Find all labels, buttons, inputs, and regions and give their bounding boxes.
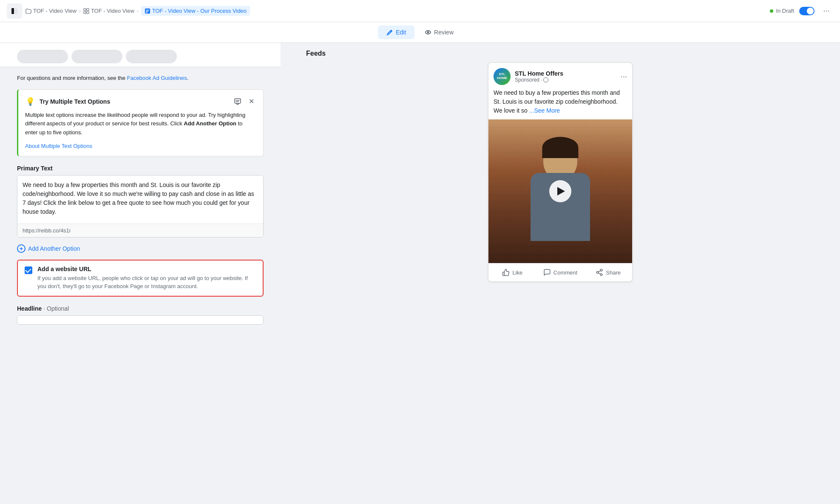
add-option-icon: + bbox=[17, 244, 26, 253]
svg-line-19 bbox=[599, 271, 601, 272]
fb-guidelines-link[interactable]: Facebook Ad Guidelines bbox=[127, 75, 187, 81]
primary-text-box: We need to buy a few properties this mon… bbox=[17, 175, 264, 238]
svg-line-18 bbox=[599, 273, 601, 274]
ad-page-name: STL Home Offers bbox=[515, 70, 616, 77]
status-label: In Draft bbox=[776, 8, 794, 14]
like-button[interactable]: Like bbox=[488, 265, 536, 280]
svg-rect-3 bbox=[87, 8, 89, 11]
skeleton-tab-1 bbox=[17, 50, 68, 63]
edit-review-bar: Edit Review bbox=[0, 22, 840, 43]
comment-label: Comment bbox=[553, 269, 577, 276]
primary-text-input[interactable]: We need to buy a few properties this mon… bbox=[17, 176, 263, 222]
website-url-content: Add a website URL If you add a website U… bbox=[37, 266, 256, 291]
ad-preview-card: STLHOME STL Home Offers Sponsored · ··· … bbox=[488, 62, 633, 282]
sidebar-toggle-button[interactable] bbox=[7, 3, 22, 19]
svg-rect-2 bbox=[84, 8, 86, 11]
headline-optional: · Optional bbox=[43, 305, 69, 312]
play-button[interactable] bbox=[549, 180, 571, 202]
breadcrumb-item-2[interactable]: TOF - Video View bbox=[83, 8, 134, 14]
website-url-checkbox[interactable] bbox=[25, 266, 32, 274]
ad-video-thumbnail[interactable] bbox=[488, 119, 632, 263]
ad-sponsored: Sponsored · bbox=[515, 77, 616, 83]
share-button[interactable]: Share bbox=[584, 265, 632, 280]
svg-rect-0 bbox=[11, 8, 14, 14]
website-url-desc: If you add a website URL, people who cli… bbox=[37, 274, 256, 291]
play-triangle bbox=[557, 187, 565, 195]
tab-edit-label: Edit bbox=[396, 29, 406, 36]
svg-rect-1 bbox=[15, 8, 17, 14]
lightbulb-icon: 💡 bbox=[25, 96, 35, 107]
preview-label: Feeds bbox=[306, 50, 326, 57]
svg-rect-12 bbox=[235, 99, 241, 103]
mto-body: Multiple text options increase the likel… bbox=[25, 111, 256, 137]
svg-point-11 bbox=[428, 32, 429, 33]
globe-icon bbox=[543, 77, 548, 82]
breadcrumb-label-3: TOF - Video View - Our Process Video bbox=[152, 8, 247, 14]
guidelines-text: For questions and more information, see … bbox=[17, 74, 264, 82]
mto-header: 💡 Try Multiple Text Options ✕ bbox=[25, 96, 256, 107]
svg-rect-9 bbox=[146, 12, 148, 13]
add-another-option-button[interactable]: + Add Another Option bbox=[17, 243, 80, 255]
svg-rect-5 bbox=[87, 11, 89, 14]
multiple-text-options-box: 💡 Try Multiple Text Options ✕ bbox=[17, 89, 264, 156]
breadcrumb-label-1: TOF - Video View bbox=[33, 8, 77, 14]
website-url-title: Add a website URL bbox=[37, 266, 256, 272]
tab-review[interactable]: Review bbox=[416, 25, 462, 39]
skeleton-tab-2 bbox=[71, 50, 122, 63]
tab-edit[interactable]: Edit bbox=[378, 25, 414, 39]
headline-label: Headline · Optional bbox=[17, 305, 264, 312]
breadcrumb: TOF - Video View › TOF - Video View › TO… bbox=[26, 6, 250, 16]
ad-see-more-link[interactable]: ...See More bbox=[529, 107, 560, 114]
breadcrumb-sep-1: › bbox=[79, 8, 81, 14]
status-dot bbox=[770, 9, 773, 13]
tab-review-label: Review bbox=[434, 29, 454, 36]
skeleton-tabs bbox=[0, 43, 281, 67]
primary-text-url: https://reibb.co/4s1i bbox=[17, 224, 263, 237]
more-options-button[interactable]: ··· bbox=[820, 4, 833, 18]
share-label: Share bbox=[606, 269, 621, 276]
draft-toggle[interactable] bbox=[799, 7, 814, 15]
right-panel: Feeds STLHOME STL Home Offers Sponsored … bbox=[281, 43, 840, 503]
svg-rect-7 bbox=[146, 10, 149, 11]
breadcrumb-item-1[interactable]: TOF - Video View bbox=[26, 8, 77, 14]
mto-actions: ✕ bbox=[233, 96, 256, 107]
left-panel: For questions and more information, see … bbox=[0, 43, 281, 503]
nav-right: In Draft ··· bbox=[770, 4, 833, 18]
in-draft-status: In Draft bbox=[770, 8, 794, 14]
breadcrumb-sep-2: › bbox=[137, 8, 139, 14]
ad-body-text: We need to buy a few properties this mon… bbox=[488, 88, 632, 119]
breadcrumb-label-2: TOF - Video View bbox=[91, 8, 134, 14]
mto-feedback-button[interactable] bbox=[233, 96, 243, 107]
mto-close-button[interactable]: ✕ bbox=[246, 96, 256, 107]
comment-button[interactable]: Comment bbox=[536, 265, 585, 280]
mto-title: Try Multiple Text Options bbox=[40, 98, 233, 105]
svg-rect-8 bbox=[146, 11, 148, 12]
ad-page-info: STL Home Offers Sponsored · bbox=[515, 70, 616, 83]
add-option-label: Add Another Option bbox=[28, 245, 80, 252]
breadcrumb-item-3[interactable]: TOF - Video View - Our Process Video bbox=[141, 6, 250, 16]
like-label: Like bbox=[512, 269, 522, 276]
ad-more-button[interactable]: ··· bbox=[621, 72, 627, 81]
skeleton-tab-3 bbox=[126, 50, 177, 63]
website-url-box: Add a website URL If you add a website U… bbox=[17, 260, 264, 297]
main-layout: For questions and more information, see … bbox=[0, 43, 840, 503]
ad-avatar: STLHOME bbox=[494, 68, 511, 85]
primary-text-label: Primary Text bbox=[17, 165, 264, 172]
svg-rect-4 bbox=[84, 11, 86, 14]
top-nav: TOF - Video View › TOF - Video View › TO… bbox=[0, 0, 840, 22]
ad-actions: Like Comment Share bbox=[488, 263, 632, 281]
headline-input-box[interactable] bbox=[17, 315, 264, 325]
ad-card-header: STLHOME STL Home Offers Sponsored · ··· bbox=[488, 63, 632, 88]
about-multiple-text-link[interactable]: About Multiple Text Options bbox=[25, 143, 92, 149]
